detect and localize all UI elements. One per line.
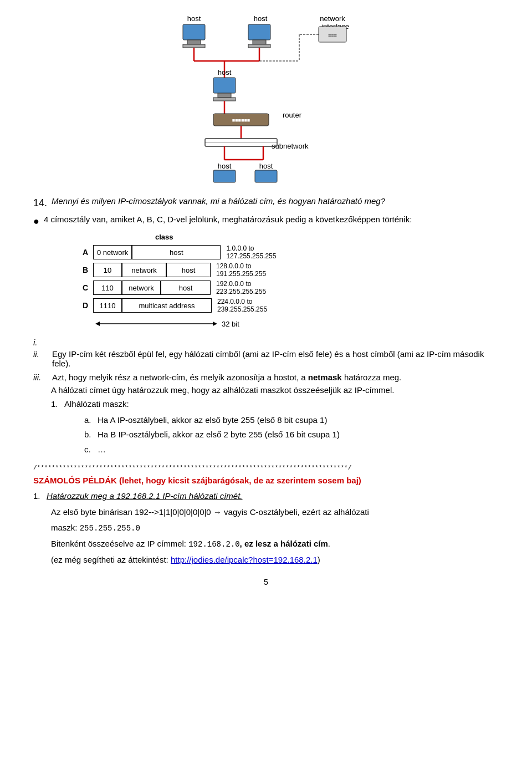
alhálózati-item-b: b. Ha B IP-osztálybeli, akkor az első 2 … [84, 429, 499, 441]
roman-ii-row: ii. Egy IP-cím két részből épül fel, egy… [33, 349, 499, 368]
roman-i-label: i. [33, 338, 49, 347]
class-b-network: network [122, 263, 166, 277]
class-b-bits: 10 [93, 263, 122, 277]
question-14-number: 14. [33, 196, 47, 210]
page-number: 5 [33, 578, 499, 587]
halozati-cim-text: A hálózati címet úgy határozzuk meg, hog… [51, 385, 499, 395]
divider-line: /***************************************… [33, 465, 499, 472]
class-d-multicast: multicast address [122, 298, 212, 313]
svg-text:host: host [187, 14, 201, 23]
svg-rect-22 [213, 98, 236, 101]
answer-intro-text: 4 címosztály van, amiket A, B, C, D-vel … [44, 215, 412, 228]
svg-text:host: host [218, 68, 232, 77]
example-1-line2: maszk: 255.255.255.0 [51, 522, 499, 534]
class-header: class [155, 233, 499, 241]
class-row-b: B 10 network host 128.0.0.0 to191.255.25… [78, 262, 499, 278]
svg-text:host: host [259, 162, 273, 170]
answer-bullet: ● [33, 215, 39, 228]
alhálózati-maszk-label: Alhálózati maszk: [64, 398, 129, 411]
svg-rect-9 [248, 44, 270, 48]
svg-text:≡≡≡: ≡≡≡ [328, 33, 337, 38]
alhálózati-item-c: c. … [84, 443, 499, 456]
network-address-result: 192.168.2.0 [188, 540, 239, 549]
example-1-line4: (ez még segítheti az áttekintést: http:/… [51, 554, 499, 567]
szamolospeldak-title: SZÁMOLÓS PÉLDÁK (lehet, hogy kicsit száj… [33, 475, 499, 487]
alhálózati-item-a: a. Ha A IP-osztálybeli, akkor az első by… [84, 414, 499, 427]
svg-text:host: host [218, 162, 232, 170]
alhálózati-maszk-section: 1. Alhálózati maszk: a. Ha A IP-osztályb… [51, 398, 499, 456]
class-b-letter: B [78, 266, 93, 274]
svg-rect-6 [183, 44, 205, 48]
svg-rect-38 [255, 170, 277, 182]
class-b-host: host [166, 263, 211, 277]
class-row-a: A 0 network host 1.0.0.0 to127.255.255.2… [78, 244, 499, 260]
class-d-bits: 1110 [93, 298, 122, 313]
svg-rect-7 [248, 24, 270, 40]
class-d-range: 224.0.0.0 to239.255.255.255 [217, 298, 267, 313]
32bit-label: 32 bit [222, 320, 239, 328]
example-1-title: Határozzuk meg a 192.168.2.1 IP-cím háló… [47, 490, 243, 503]
roman-ii-text: Egy IP-cím két részből épül fel, egy hál… [52, 349, 499, 368]
class-a-host: host [132, 245, 221, 259]
class-row-d: D 1110 multicast address 224.0.0.0 to239… [78, 298, 499, 313]
example-1-line3: Bitenként összeéselve az IP címmel: 192.… [51, 538, 499, 550]
class-b-range: 128.0.0.0 to191.255.255.255 [216, 262, 266, 278]
class-c-network: network [122, 281, 161, 295]
svg-text:network: network [320, 14, 345, 23]
32bit-arrow [95, 319, 217, 329]
class-c-host: host [161, 281, 211, 295]
network-diagram: host host network interface ≡≡≡ host ro [33, 11, 499, 183]
num-1-label: 1. [51, 398, 61, 411]
answer-intro: ● 4 címosztály van, amiket A, B, C, D-ve… [33, 215, 499, 228]
svg-rect-8 [253, 40, 266, 44]
alhálózati-maszk-header: 1. Alhálózati maszk: [51, 398, 499, 411]
svg-rect-4 [183, 24, 205, 40]
class-a-range: 1.0.0.0 to127.255.255.255 [226, 244, 276, 260]
svg-marker-40 [95, 322, 100, 326]
class-c-range: 192.0.0.0 to223.255.255.255 [216, 280, 266, 295]
question-14: 14. Mennyi és milyen IP-címosztályok van… [33, 196, 499, 210]
svg-rect-35 [213, 170, 236, 182]
alhálózati-maszk-items: a. Ha A IP-osztálybeli, akkor az első by… [84, 414, 499, 456]
roman-i-row: i. [33, 338, 499, 347]
class-row-c: C 110 network host 192.0.0.0 to223.255.2… [78, 280, 499, 295]
svg-rect-20 [213, 78, 236, 93]
roman-iii-text: Azt, hogy melyik rész a network-cím, és … [52, 373, 401, 382]
class-a-bits: 0 network [93, 245, 132, 259]
class-c-bits: 110 [93, 281, 122, 295]
example-1-line1: Az első byte binárisan 192-->1|1|0|0|0|0… [51, 506, 499, 519]
svg-marker-41 [213, 322, 217, 326]
question-14-text: Mennyi és milyen IP-címosztályok vannak,… [52, 196, 385, 210]
svg-rect-5 [187, 40, 201, 44]
class-a-letter: A [78, 248, 93, 257]
svg-text:host: host [254, 14, 268, 23]
diagram-svg: host host network interface ≡≡≡ host ro [127, 11, 405, 183]
ip-class-table: A 0 network host 1.0.0.0 to127.255.255.2… [78, 244, 499, 313]
example-1-header: 1. Határozzuk meg a 192.168.2.1 IP-cím h… [33, 490, 499, 503]
roman-iii-row: iii. Azt, hogy melyik rész a network-cím… [33, 373, 499, 382]
ipcalc-link[interactable]: http://jodies.de/ipcalc?host=192.168.2.1 [171, 555, 318, 564]
example-1-number: 1. [33, 490, 43, 503]
svg-text:router: router [283, 111, 302, 119]
svg-rect-21 [218, 93, 231, 98]
class-c-letter: C [78, 283, 93, 292]
svg-text:■■■■■■: ■■■■■■ [232, 118, 250, 123]
roman-ii-label: ii. [33, 349, 49, 368]
roman-iii-label: iii. [33, 373, 49, 382]
32bit-row: 32 bit [95, 319, 499, 329]
class-d-letter: D [78, 301, 93, 310]
